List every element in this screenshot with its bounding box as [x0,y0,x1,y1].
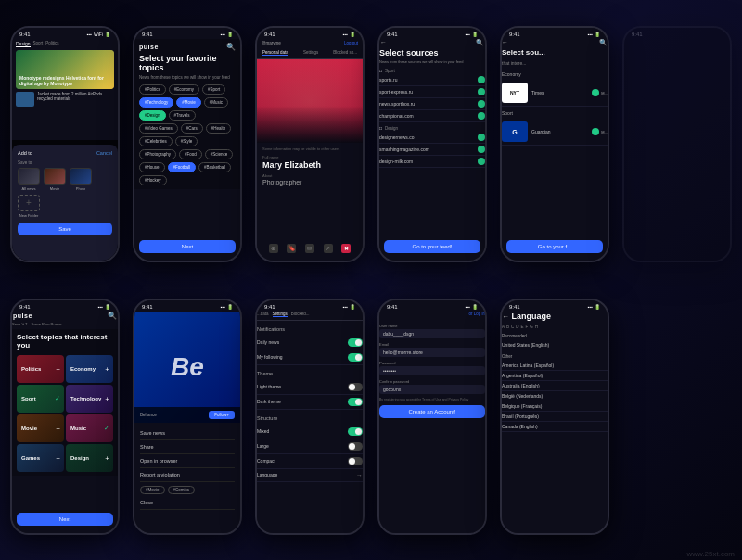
tag-house[interactable]: #House [139,162,165,172]
article-1: Jacket made from 2 million AirPods recyc… [16,92,114,107]
lang-brasil[interactable]: Brasil (Português) [502,412,608,422]
toggle-large[interactable] [348,442,363,451]
go-to-feed-button-5[interactable]: Go to your f... [506,240,603,253]
status-bar-10: 9:41 ▪▪▪🔋 [379,300,485,312]
lang-belgique[interactable]: Belgique (Français) [502,401,608,412]
next-button-7[interactable]: Next [17,513,113,526]
phone-3: 9:41 ▪▪▪🔋 @maryme Log out Personal data … [255,26,365,262]
toggle-mixed[interactable] [348,427,363,436]
tag-style[interactable]: #Style [175,136,198,146]
tag-movie[interactable]: #Movie [176,97,201,108]
source-smashing[interactable]: smashingmagazine.com [379,144,485,156]
or-login-link[interactable]: or Log in [379,312,485,316]
tag-football[interactable]: #Football [168,162,197,172]
phone-2: 9:41 ▪▪▪🔋 pulse 🔍 Select your favorite t… [133,26,242,262]
setting-mixed: Mixed [257,425,363,439]
tag-music[interactable]: #Music [204,97,228,108]
create-account-button[interactable]: Create an Account! [379,405,485,418]
profile-tab-bar: Personal data Settings Blocked so... [257,47,363,59]
tag-food[interactable]: #Food [179,149,202,159]
status-bar-1: 9:41 ▪▪▪WiFi🔋 [12,28,118,39]
tag-health[interactable]: #Health [206,123,232,134]
topic-movie[interactable]: Movie + [17,414,64,442]
email-input[interactable]: hello@morrre.store [379,348,485,357]
topic-games[interactable]: Games + [17,444,64,472]
toggle-my-following[interactable] [348,353,363,362]
save-button[interactable]: Save [18,223,112,235]
phone-9-wrapper: 9:41 ▪▪▪🔋 ...data Settings Blocked... No… [249,280,371,553]
folder-photography[interactable]: Photo [70,168,92,191]
topic-music[interactable]: Music ✓ [66,414,113,442]
tag-travels[interactable]: #Travels [169,110,196,121]
topics-grid: Politics + Economy + Sport ✓ [17,355,113,472]
about-value: Photographer [262,179,357,185]
tag-basketball[interactable]: #Basketball [198,162,231,172]
lang-us-english[interactable]: United States (English) [502,340,608,350]
topic-politics[interactable]: Politics + [17,355,64,383]
status-bar-3: 9:41 ▪▪▪🔋 [257,28,363,39]
lang-belgie[interactable]: België (Nederlands) [502,391,608,401]
phone-11: 9:41 ▪▪▪🔋 ← Language A B C D E F G H Rec… [500,299,609,535]
lang-canada[interactable]: Canada (English) [502,422,608,432]
tag-movie-menu[interactable]: #Movie [140,486,165,494]
topic-technology[interactable]: Technology + [66,385,113,413]
confirm-input[interactable]: g8850hx [379,385,485,394]
toggle-compact[interactable] [348,457,363,465]
source-designmilk[interactable]: design-milk.com [379,156,485,168]
toggle-light-theme[interactable] [348,383,363,391]
username-input[interactable]: dabu____dsgn [379,329,485,338]
source-guardian[interactable]: G Guardian M... [502,119,608,146]
tag-celebrities[interactable]: #Celebrities [139,136,173,146]
settings-tab-bar: ...data Settings Blocked... [257,312,363,321]
next-button-2[interactable]: Next [139,240,236,253]
phone-5-screen: 9:41 ▪▪▪🔋 ← 🔍 Select sou... that intere.… [502,28,608,261]
phone-9: 9:41 ▪▪▪🔋 ...data Settings Blocked... No… [255,299,365,535]
topic-economy[interactable]: Economy + [66,355,113,383]
tag-hockey[interactable]: #Hockey [139,175,167,185]
tag-politics[interactable]: #Politics [139,84,166,95]
menu-share[interactable]: Share [140,440,235,454]
tag-comics-menu[interactable]: #Comics [168,486,196,494]
setting-large: Large [257,439,363,454]
source-times[interactable]: NYT Times M... [502,80,608,107]
password-input[interactable]: •••••••• [379,366,485,375]
profile-info: Some information may be visible to other… [257,143,363,189]
tag-economy[interactable]: #Economy [169,84,199,95]
tag-cars[interactable]: #Cars [181,123,203,134]
sources-subtitle: News from these sources we will show in … [379,59,485,64]
profile-image [257,59,363,143]
lang-australia[interactable]: Australia (English) [502,381,608,391]
topic-sport[interactable]: Sport ✓ [17,385,64,413]
lang-argentina[interactable]: Argentina (Español) [502,371,608,381]
status-bar-2: 9:41 ▪▪▪🔋 [134,28,240,39]
menu-close[interactable]: Close [140,496,235,510]
folder-all-news[interactable]: All news [18,168,40,191]
toggle-dark-theme[interactable] [348,398,363,406]
menu-open-browser[interactable]: Open in browser [140,454,235,468]
source-championat[interactable]: championat.com [379,110,485,122]
menu-report[interactable]: Report a violation [140,468,235,482]
go-to-feed-button[interactable]: Go to your feed! [384,240,480,253]
tag-science[interactable]: #Science [205,149,234,159]
source-sportbox[interactable]: news.sportbox.ru [379,98,485,110]
tab-bar-1: Design Sport Politics [16,41,114,47]
source-designernews[interactable]: designernews.co [379,132,485,144]
folder-movie[interactable]: Movie [44,168,66,191]
tag-videogames[interactable]: #Video Games [139,123,178,134]
topic-design[interactable]: Design + [66,444,113,472]
source-sportsru[interactable]: sports.ru [379,74,485,86]
tag-sport[interactable]: #Sport [202,84,225,95]
tag-photography[interactable]: #Photography [139,149,176,159]
phone-7: 9:41 ▪▪▪🔋 pulse 🔍 Save 'it T... Some Rum… [10,299,120,535]
toggle-daily-news[interactable] [348,338,363,347]
phone-7-wrapper: 9:41 ▪▪▪🔋 pulse 🔍 Save 'it T... Some Rum… [4,280,126,553]
tag-design[interactable]: #Design [139,110,166,121]
menu-save-news[interactable]: Save news [140,426,235,440]
setting-language[interactable]: Language → [257,469,363,482]
source-sportexpress[interactable]: sport-express.ru [379,86,485,98]
phone-6-wrapper: 9:41 [616,7,738,280]
tag-technology[interactable]: #Technology [139,97,173,108]
lang-america-latina[interactable]: America Latina (Español) [502,361,608,371]
watermark: www.25xt.com [686,550,735,558]
folder-new[interactable]: + New Folder [18,195,40,218]
